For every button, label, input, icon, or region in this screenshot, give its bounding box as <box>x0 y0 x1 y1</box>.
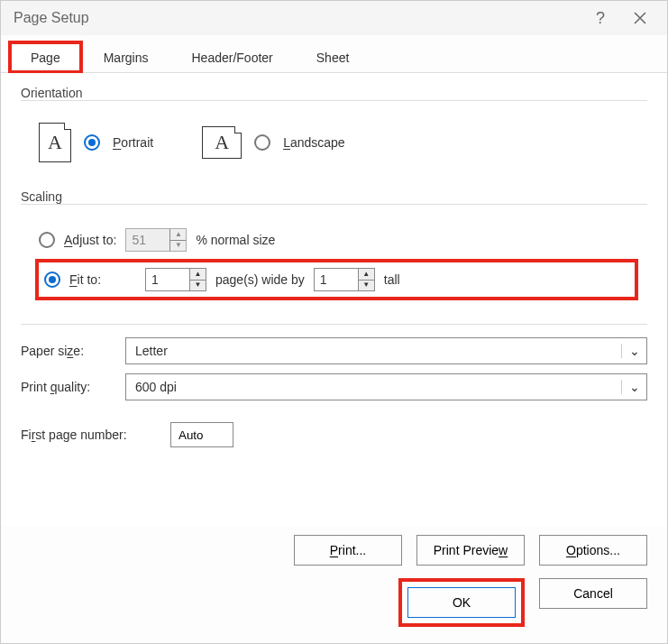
fit-mid-label: page(s) wide by <box>215 272 305 287</box>
ok-button[interactable]: OK <box>407 587 516 618</box>
titlebar: Page Setup ? <box>1 1 667 35</box>
spinner-down-icon[interactable]: ▼ <box>190 281 206 291</box>
tab-header-footer[interactable]: Header/Footer <box>171 42 294 72</box>
print-preview-button[interactable]: Print Preview <box>416 535 525 566</box>
adjust-to-row: Adjust to: ▲▼ % normal size <box>35 223 638 257</box>
tab-page[interactable]: Page <box>10 42 81 72</box>
divider <box>21 204 647 205</box>
ok-highlight: OK <box>398 578 525 627</box>
first-page-row: First page number: <box>21 422 647 447</box>
fit-wide-spinner[interactable]: ▲▼ <box>145 268 206 291</box>
dialog-buttons-row: OK Cancel <box>1 575 667 643</box>
divider <box>21 324 647 325</box>
dialog-title: Page Setup <box>14 10 581 26</box>
help-button[interactable]: ? <box>581 5 620 32</box>
orientation-label: Orientation <box>21 86 647 100</box>
fit-tall-input[interactable] <box>315 269 358 290</box>
print-quality-value: 600 dpi <box>126 380 621 394</box>
tab-sheet[interactable]: Sheet <box>296 42 371 72</box>
tab-content: Orientation A Portrait A Landscape Scali… <box>1 73 667 526</box>
print-quality-label: Print quality: <box>21 380 111 394</box>
adjust-to-label[interactable]: Adjust to: <box>64 233 116 247</box>
spinner-down-icon[interactable]: ▼ <box>359 281 374 291</box>
tab-bar: Page Margins Header/Footer Sheet <box>1 35 667 73</box>
scaling-label: Scaling <box>21 189 647 204</box>
portrait-radio[interactable] <box>84 134 100 151</box>
fit-wide-input[interactable] <box>146 269 189 290</box>
paper-size-value: Letter <box>126 344 621 358</box>
close-icon <box>634 12 646 24</box>
print-quality-combo[interactable]: 600 dpi ⌄ <box>125 373 647 400</box>
fit-suffix: tall <box>384 272 400 287</box>
landscape-radio[interactable] <box>254 134 270 151</box>
adjust-to-radio[interactable] <box>39 232 55 248</box>
fit-to-label[interactable]: Fit to: <box>69 272 136 287</box>
spinner-up-icon[interactable]: ▲ <box>170 229 186 241</box>
action-buttons-row: Print... Print Preview Options... <box>1 526 667 575</box>
fit-tall-spinner[interactable]: ▲▼ <box>314 268 375 291</box>
landscape-radio-label[interactable]: Landscape <box>283 135 345 150</box>
paper-size-label: Paper size: <box>21 344 111 358</box>
landscape-icon: A <box>202 126 242 159</box>
tab-margins[interactable]: Margins <box>83 42 169 72</box>
paper-size-combo[interactable]: Letter ⌄ <box>125 337 647 364</box>
orientation-group: A Portrait A Landscape <box>21 114 647 189</box>
chevron-down-icon: ⌄ <box>621 380 646 394</box>
fit-to-row: Fit to: ▲▼ page(s) wide by ▲▼ tall <box>35 259 638 300</box>
print-button[interactable]: Print... <box>294 535 402 566</box>
cancel-button[interactable]: Cancel <box>539 578 647 609</box>
close-button[interactable] <box>620 5 660 32</box>
page-setup-dialog: Page Setup ? Page Margins Header/Footer … <box>0 0 668 644</box>
portrait-radio-label[interactable]: Portrait <box>113 135 153 150</box>
adjust-to-spinner[interactable]: ▲▼ <box>125 228 187 252</box>
adjust-to-suffix: % normal size <box>196 233 275 247</box>
first-page-label: First page number: <box>21 428 156 442</box>
spinner-up-icon[interactable]: ▲ <box>359 269 374 281</box>
options-button[interactable]: Options... <box>539 535 647 566</box>
paper-size-row: Paper size: Letter ⌄ <box>21 337 647 364</box>
adjust-to-input[interactable] <box>126 229 169 251</box>
scaling-group: Adjust to: ▲▼ % normal size Fit to: ▲▼ p… <box>21 217 647 311</box>
spinner-up-icon[interactable]: ▲ <box>190 269 206 281</box>
spinner-down-icon[interactable]: ▼ <box>170 241 186 252</box>
chevron-down-icon: ⌄ <box>621 344 646 358</box>
first-page-input[interactable] <box>170 422 233 447</box>
divider <box>21 100 647 101</box>
fit-to-radio[interactable] <box>44 271 60 288</box>
print-quality-row: Print quality: 600 dpi ⌄ <box>21 373 647 400</box>
portrait-icon: A <box>39 123 71 162</box>
